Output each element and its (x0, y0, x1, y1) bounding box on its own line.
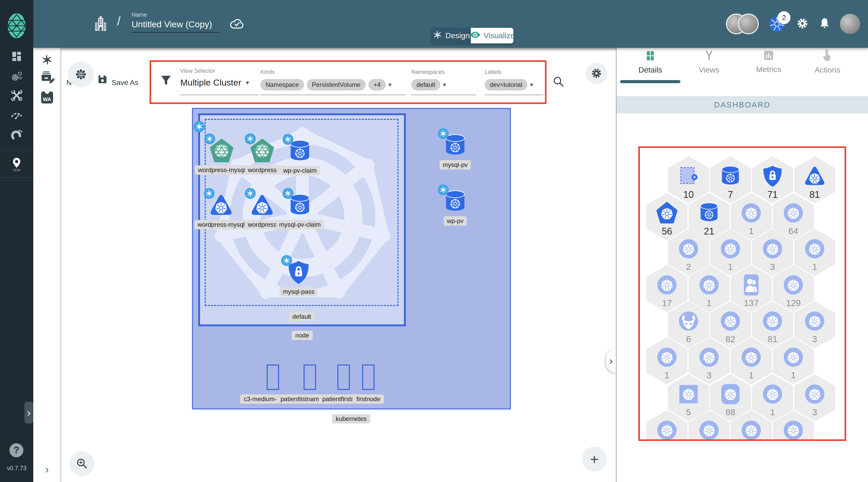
daemonset-icon[interactable] (677, 310, 700, 333)
meshery-spiral-icon[interactable] (33, 54, 61, 66)
faded-icon[interactable] (655, 346, 678, 370)
chevron-down-icon[interactable]: ▾ (530, 81, 533, 88)
dock-expand-chevron[interactable]: › (33, 463, 61, 476)
serviceaccount-icon[interactable] (740, 274, 763, 297)
chevron-down-icon[interactable]: ▾ (246, 79, 249, 86)
faded-icon[interactable] (803, 237, 826, 261)
view-selector-filter[interactable]: View Selector Multiple Cluster ▾ (180, 68, 249, 88)
faded-icon[interactable] (803, 310, 826, 333)
faded-icon[interactable] (698, 346, 720, 370)
volume-icon[interactable] (698, 201, 720, 225)
faded-icon[interactable] (782, 201, 805, 225)
roundrect-icon[interactable] (719, 383, 742, 407)
resource-service-wordpress[interactable]: wordpress (250, 138, 275, 163)
chevron-down-icon[interactable]: ▾ (389, 81, 392, 88)
sidebar-item-environment[interactable] (0, 156, 33, 172)
kubernetes-context-switcher[interactable]: 2 (768, 15, 786, 33)
add-node-button[interactable]: + (582, 447, 607, 472)
secret-icon[interactable] (761, 165, 784, 189)
faded-icon[interactable] (698, 419, 720, 441)
resource-count: 1 (749, 226, 754, 236)
faded-icon[interactable] (655, 274, 678, 297)
kind-chip[interactable]: +4 (368, 79, 386, 91)
kind-chip[interactable]: PersistentVolume (307, 79, 366, 91)
design-mode-tab[interactable]: Design (431, 28, 471, 43)
wasm-filter-icon[interactable]: WA (33, 92, 61, 103)
search-icon[interactable] (552, 75, 565, 89)
faded-icon[interactable] (719, 237, 742, 261)
notifications-bell-icon[interactable] (818, 17, 831, 31)
tab-details[interactable]: Details (623, 50, 678, 82)
collaborator-avatars[interactable] (726, 13, 759, 34)
node-c3-medium-x86-02…[interactable] (267, 364, 279, 390)
visualize-mode-tab[interactable]: Visualize (471, 28, 514, 43)
faded-icon[interactable] (677, 237, 700, 261)
user-avatar[interactable] (840, 14, 860, 34)
namespace-icon[interactable] (677, 165, 700, 189)
node-firstnode[interactable] (362, 364, 375, 390)
tab-actions[interactable]: Actions (800, 50, 855, 82)
resource-deployment-wordpress[interactable]: wordpress (250, 193, 275, 218)
faded-icon[interactable] (782, 419, 805, 441)
view-name-input[interactable] (132, 19, 219, 33)
sidebar-item-configuration[interactable] (0, 88, 33, 102)
organization-icon[interactable] (92, 14, 110, 34)
canvas-settings-button[interactable] (586, 63, 607, 84)
visualization-canvas[interactable]: N Save As View Selector Multiple Cluster… (61, 48, 616, 482)
help-button[interactable]: ? (9, 443, 23, 457)
faded-icon[interactable] (782, 274, 805, 297)
resource-count: 1 (664, 370, 670, 380)
collaborator-avatar[interactable] (738, 13, 759, 34)
selected-shape-button[interactable] (68, 61, 94, 87)
sidebar-item-dashboard[interactable] (0, 50, 33, 63)
faded-icon[interactable] (803, 383, 826, 407)
faded-icon[interactable] (698, 274, 720, 297)
tab-details-label: Details (638, 66, 662, 74)
faded-icon[interactable] (655, 419, 678, 441)
namespaces-filter[interactable]: Namespaces default▾ (411, 69, 446, 91)
panel-expand-handle[interactable]: › (606, 349, 616, 373)
resource-volume-wp-pv[interactable]: wp-pv (443, 189, 468, 214)
resource-count: 82 (725, 334, 735, 344)
node-patientlistnamespace[interactable] (304, 364, 316, 390)
designs-drawer-edit-icon[interactable] (33, 70, 61, 83)
resource-service-wordpress-mysql[interactable]: wordpress-mysql (209, 138, 234, 163)
kind-chip[interactable]: Namespace (260, 79, 304, 91)
sidebar-item-lifecycle[interactable] (0, 69, 33, 83)
save-as-button[interactable]: Save As (112, 78, 138, 87)
sidebar-item-extensions[interactable] (0, 127, 33, 142)
resource-volume-mysql-pv-claim[interactable]: mysql-pv-claim (287, 193, 312, 218)
faded-icon[interactable] (740, 346, 763, 370)
node-patientfirstnode[interactable] (337, 364, 350, 390)
square-icon[interactable] (677, 383, 700, 407)
filter-funnel-icon[interactable] (160, 74, 172, 87)
faded-icon[interactable] (761, 383, 784, 407)
sidebar-expand-handle[interactable]: › (25, 401, 33, 423)
label-chip[interactable]: dev=tutorial (485, 79, 528, 91)
resource-secret-mysql-pass[interactable]: mysql-pass (286, 260, 311, 285)
volume-icon[interactable] (719, 165, 742, 189)
header-settings-icon[interactable] (796, 17, 809, 31)
save-as-icon[interactable] (97, 74, 108, 86)
faded-icon[interactable] (761, 310, 784, 333)
resource-volume-mysql-pv[interactable]: mysql-pv (443, 133, 468, 158)
faded-icon[interactable] (740, 201, 763, 225)
zoom-in-button[interactable] (69, 451, 94, 476)
tri-icon[interactable] (803, 165, 826, 189)
sidebar-item-performance[interactable] (0, 108, 33, 122)
tab-views[interactable]: Views (682, 50, 736, 82)
faded-icon[interactable] (761, 237, 784, 261)
faded-icon[interactable] (740, 419, 763, 441)
resource-deployment-wordpress-mysql[interactable]: wordpress-mysql (209, 193, 234, 218)
chevron-down-icon[interactable]: ▾ (443, 81, 446, 88)
resource-volume-wp-pv-claim[interactable]: wp-pv-claim (287, 139, 312, 164)
tab-metrics[interactable]: Metrics (741, 50, 796, 82)
faded-icon[interactable] (719, 310, 742, 333)
view-selector-value[interactable]: Multiple Cluster (180, 77, 241, 88)
labels-filter[interactable]: Labels dev=tutorial▾ (485, 69, 533, 91)
kinds-filter[interactable]: Kinds NamespacePersistentVolume+4▾ (260, 69, 392, 91)
namespace-chip[interactable]: default (411, 79, 440, 91)
faded-icon[interactable] (782, 346, 805, 370)
meshery-logo-icon[interactable] (0, 10, 33, 41)
pentagon-icon[interactable] (655, 201, 678, 225)
